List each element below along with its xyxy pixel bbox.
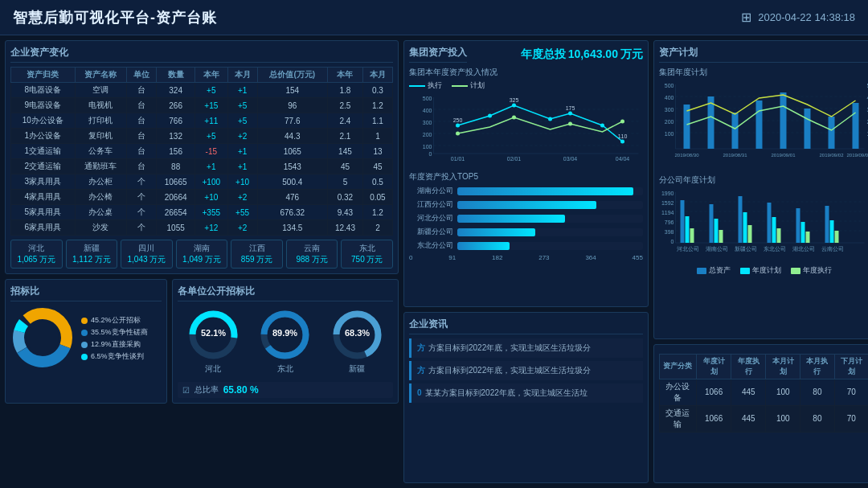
year-total-unit: 万元 [620,47,643,60]
plan-table-panel: 资产分类 年度计划 年度执行 本月计划 本月执行 下月计划 办公设备106644… [653,344,868,483]
svg-point-30 [548,117,552,121]
col-header-month: 本月 [227,68,257,83]
legend-direct: 12.9%直接采购 [81,339,148,350]
donut-xinjiang-pct: 68.3% [345,328,370,338]
svg-text:新疆公司: 新疆公司 [735,246,757,252]
hbar-fill-jiangxi [457,201,596,209]
svg-text:04/04: 04/04 [616,156,630,162]
legend-year-exec [791,268,800,274]
investment-header: 集团资产投入 年度总投 10,643.00 万元 [409,46,643,67]
table-row: 3家具用具办公柜个10665+100+10500.450.5 [11,174,393,190]
col-header-name: 资产名称 [75,68,126,83]
svg-point-29 [512,104,516,108]
svg-point-35 [512,116,516,120]
svg-text:500: 500 [423,96,432,101]
donut-xinjiang: 68.3% 新疆 [331,309,383,375]
table-row: 1交通运输公务车台156-15+1106514513 [11,144,393,159]
legend-dot-negotiation [81,354,88,360]
svg-text:100: 100 [665,131,674,137]
table-row: 10办公设备打印机台766+11+577.62.41.1 [11,113,393,129]
col-header-qty: 数量 [157,68,195,83]
svg-text:200: 200 [665,119,674,125]
svg-rect-84 [686,216,690,243]
svg-text:湖北公司: 湖北公司 [792,246,815,252]
unit-bid-title: 各单位公开招标比 [178,285,393,301]
svg-point-37 [620,120,624,124]
bid-ratio-title: 招标比 [10,285,162,301]
svg-text:云南公司: 云南公司 [821,246,844,252]
asset-change-panel: 企业资产变化 资产归类 资产名称 单位 数量 本年 本月 总价值(万元) 本年 … [5,40,399,274]
table-row: 9电器设备电视机台266+15+5962.51.2 [11,98,393,113]
svg-text:东北公司: 东北公司 [764,246,786,252]
grid-icon: ⊞ [741,10,751,25]
svg-rect-93 [772,217,776,243]
svg-rect-92 [768,203,772,243]
svg-rect-100 [835,231,839,243]
hbar-xinjiang: 新疆分公司 [409,227,643,237]
region-tag: 江西859 万元 [231,240,283,269]
svg-rect-55 [732,113,739,149]
legend-plan: 计划 [452,80,485,91]
investment-line-chart: 500 400 300 200 100 0 01/01 02/01 03/04 … [409,93,643,166]
company-plan-chart: 1990 1592 1194 796 398 0 [659,188,868,260]
left-column: 企业资产变化 资产归类 资产名称 单位 数量 本年 本月 总价值(万元) 本年 … [5,40,399,483]
asset-plan-panel: 资产计划 集团年度计划 500 400 300 200 100 [653,40,868,339]
bid-pie-chart [10,306,75,370]
region-tag: 东北750 万元 [341,240,393,269]
svg-text:2019/09/03: 2019/09/03 [846,153,868,158]
donut-hebei: 52.1% 河北 [187,309,240,375]
svg-point-36 [568,122,572,126]
right-column: 资产计划 集团年度计划 500 400 300 200 100 [653,40,868,483]
donut-dongbei-svg: 89.9% [259,309,311,361]
donut-xinjiang-label: 新疆 [331,363,383,375]
hbar-fill-hebei [457,215,565,223]
bottom-left: 招标比 45.2%公开招标 [5,279,399,404]
hbar-fill-dongbei [457,242,510,250]
legend-dot-public [81,318,88,324]
svg-text:2019/08/30: 2019/08/30 [674,153,699,158]
svg-text:325: 325 [510,97,519,103]
year-total-value: 10,643.00 [568,47,618,60]
svg-text:400: 400 [665,95,674,100]
svg-text:2019/08/31: 2019/08/31 [723,153,747,158]
mid-column: 集团资产投入 年度总投 10,643.00 万元 集团本年度资产投入情况 执行 … [403,40,649,483]
svg-text:400: 400 [423,108,432,113]
legend-public: 45.2%公开招标 [81,315,148,326]
pie-legend: 45.2%公开招标 35.5%竞争性磋商 12.9%直接采购 6.5% [81,315,148,363]
svg-point-27 [456,124,460,128]
legend-competitive: 35.5%竞争性磋商 [81,327,148,338]
news-panel: 企业资讯 方方案目标到2022年底，实现主城区生活垃圾分 方方案目标到2022年… [403,312,649,483]
col-header-year: 本年 [195,68,228,83]
svg-rect-58 [805,109,811,149]
chart-subtitle: 集团本年度资产投入情况 [409,67,643,78]
svg-rect-88 [719,230,723,243]
svg-point-28 [488,114,492,118]
svg-text:河北公司: 河北公司 [677,246,699,252]
donut-hebei-svg: 52.1% [187,309,240,361]
svg-point-4 [27,322,59,354]
region-tag: 河北1,065 万元 [10,240,63,269]
svg-text:0: 0 [429,151,432,157]
legend-year-plan [740,268,750,274]
svg-point-31 [568,112,572,116]
legend-line-plan [452,85,468,87]
svg-point-32 [600,124,604,128]
checkbox-icon: ☑ [182,386,190,395]
svg-rect-59 [829,117,835,149]
year-total-label: 年度总投 [521,47,566,60]
svg-rect-99 [830,220,834,243]
page-title: 智慧后勤可视化平台-资产台账 [13,8,217,27]
svg-rect-91 [748,225,752,243]
svg-text:1990: 1990 [661,191,674,196]
svg-text:398: 398 [665,229,674,235]
svg-text:110: 110 [618,133,628,139]
donut-row: 52.1% 河北 89.9% 东北 [178,306,393,378]
header-right: ⊞ 2020-04-22 14:38:18 [741,10,855,25]
region-tag: 新疆1,112 万元 [66,240,118,269]
svg-rect-95 [796,208,800,243]
table-row: 8电器设备空调台324+5+11541.80.3 [11,83,393,98]
svg-text:100: 100 [423,144,432,150]
news-item-3: 0某某方案目标到2022年底，实现主城区生活垃 [409,383,643,403]
asset-table: 资产归类 资产名称 单位 数量 本年 本月 总价值(万元) 本年 本月 8电器设… [10,67,393,236]
asset-plan-title: 资产计划 [659,46,868,63]
